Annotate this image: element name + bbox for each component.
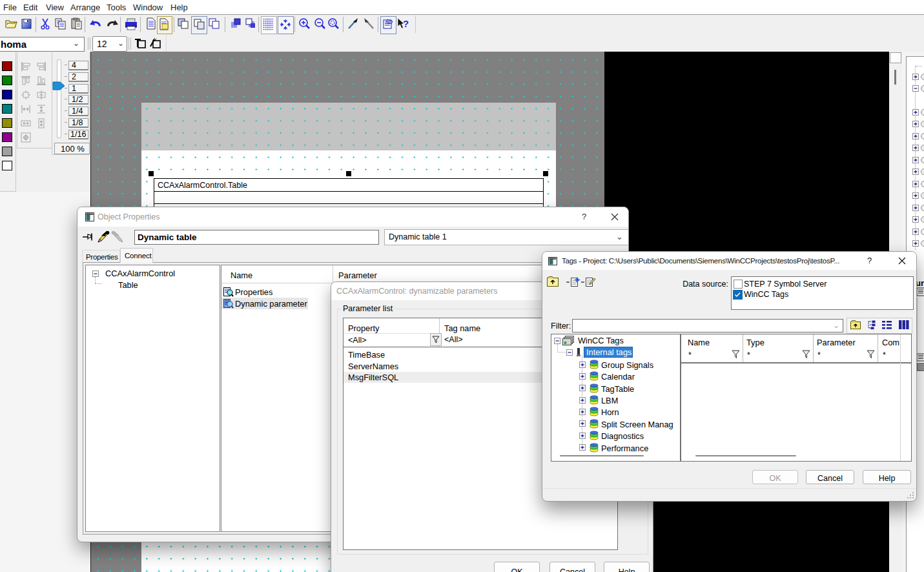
svg-text:?: ? (403, 18, 409, 29)
